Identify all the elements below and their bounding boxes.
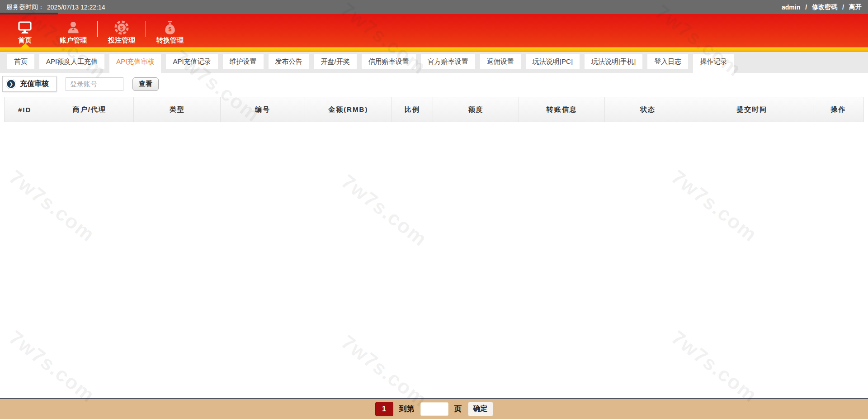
separator-slash: / — [842, 4, 844, 11]
nav-yellow-strip — [0, 47, 868, 52]
active-nav-arrow-indicator — [21, 43, 30, 48]
tab-rules-pc[interactable]: 玩法说明[PC] — [526, 54, 580, 69]
tab-api-manual-recharge[interactable]: API额度人工充值 — [39, 54, 104, 69]
poker-chip-icon: $ — [114, 19, 129, 35]
watermark-text: 7w7s.com — [337, 170, 431, 251]
page-number-input[interactable] — [420, 402, 448, 416]
view-button[interactable]: 查看 — [132, 77, 159, 91]
pagination-bar: 1 到第 页 确定 — [0, 398, 868, 419]
svg-text:$: $ — [120, 25, 123, 31]
tab-official-odds-settings[interactable]: 官方赔率设置 — [421, 54, 475, 69]
confirm-button[interactable]: 确定 — [468, 402, 493, 416]
col-header-quota: 额度 — [433, 97, 519, 122]
main-navbar: 首页 账户管理 $ 投注管理 — [0, 14, 868, 52]
tab-login-log[interactable]: 登入日志 — [647, 54, 688, 69]
user-icon — [66, 19, 80, 35]
col-header-status: 状态 — [605, 97, 691, 122]
topbar: 服务器时间： 2025/07/13 12:22:14 admin / 修改密碼 … — [0, 0, 868, 14]
tab-open-draw[interactable]: 开盘/开奖 — [314, 54, 357, 69]
server-time: 服务器时间： 2025/07/13 12:22:14 — [6, 3, 105, 11]
nav-item-home[interactable]: 首页 — [1, 14, 49, 47]
col-header-id: #ID — [4, 97, 45, 122]
tab-publish-announcement[interactable]: 发布公告 — [269, 54, 309, 69]
recharge-audit-table: #ID 商户/代理 类型 编号 金额(RMB) 比例 额度 转账信息 状态 提交… — [4, 97, 864, 122]
login-account-input[interactable] — [66, 77, 123, 91]
monitor-icon — [18, 19, 32, 35]
tab-home[interactable]: 首页 — [7, 54, 34, 69]
tab-api-recharge-audit[interactable]: API充值审核 — [109, 54, 161, 73]
nav-item-label: 投注管理 — [108, 36, 135, 45]
watermark-text: 7w7s.com — [667, 166, 761, 247]
watermark-text: 7w7s.com — [667, 326, 761, 407]
tabbar: 首页 API额度人工充值 API充值审核 API充值记录 维护设置 发布公告 开… — [0, 52, 868, 73]
col-header-submit-time: 提交时间 — [691, 97, 813, 122]
money-bag-icon: $ — [163, 19, 177, 35]
nav-items: 首页 账户管理 $ 投注管理 — [0, 14, 868, 47]
logout-link[interactable]: 离开 — [849, 3, 862, 11]
server-time-label: 服务器时间： — [6, 3, 44, 11]
toolbar: ❯ 充值审核 查看 — [0, 73, 868, 95]
col-header-type: 类型 — [134, 97, 221, 122]
topbar-user-menu: admin / 修改密碼 / 离开 — [782, 3, 862, 11]
goto-page-label: 到第 — [399, 404, 415, 414]
tab-operation-records[interactable]: 操作记录 — [693, 54, 734, 73]
table-header-row: #ID 商户/代理 类型 编号 金额(RMB) 比例 额度 转账信息 状态 提交… — [4, 97, 864, 122]
topbar-dark-notch — [0, 13, 58, 14]
nav-item-transfer[interactable]: $ 转换管理 — [146, 14, 194, 47]
nav-item-label: 账户管理 — [60, 36, 87, 45]
separator-slash: / — [805, 4, 807, 11]
col-header-merchant-agent: 商户/代理 — [45, 97, 134, 122]
audit-play-icon: ❯ — [6, 79, 16, 89]
tab-maintenance-settings[interactable]: 维护设置 — [223, 54, 264, 69]
nav-item-label: 转换管理 — [156, 36, 184, 45]
server-time-value: 2025/07/13 12:22:14 — [47, 4, 105, 11]
tab-rules-mobile[interactable]: 玩法说明[手机] — [585, 54, 642, 69]
col-header-action: 操作 — [813, 97, 864, 122]
col-header-ratio: 比例 — [392, 97, 433, 122]
col-header-amount-rmb: 金额(RMB) — [305, 97, 392, 122]
page-unit-label: 页 — [454, 404, 462, 414]
watermark-text: 7w7s.com — [5, 166, 99, 247]
change-password-link[interactable]: 修改密碼 — [812, 3, 837, 11]
username: admin — [782, 4, 800, 11]
col-header-number: 编号 — [221, 97, 305, 122]
watermark-text: 7w7s.com — [5, 326, 99, 407]
svg-text:$: $ — [169, 26, 172, 33]
tab-api-recharge-records[interactable]: API充值记录 — [166, 54, 217, 69]
section-title: 充值审核 — [20, 79, 49, 89]
nav-item-betting[interactable]: $ 投注管理 — [98, 14, 146, 47]
nav-item-accounts[interactable]: 账户管理 — [49, 14, 97, 47]
page-1-button[interactable]: 1 — [375, 402, 393, 416]
tab-rebate-settings[interactable]: 返佣设置 — [480, 54, 521, 69]
tab-credit-odds-settings[interactable]: 信用赔率设置 — [362, 54, 416, 69]
col-header-transfer-info: 转账信息 — [519, 97, 605, 122]
section-title-box: ❯ 充值审核 — [2, 76, 57, 92]
